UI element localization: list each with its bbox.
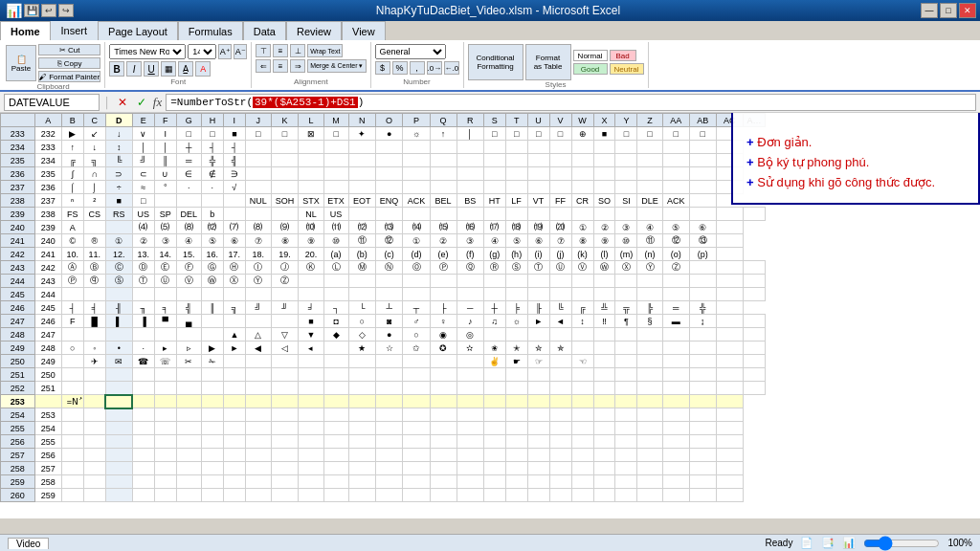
cell[interactable]: ■: [223, 127, 245, 141]
cell[interactable]: 242: [34, 261, 61, 275]
cell[interactable]: ·: [132, 342, 154, 355]
cell[interactable]: [201, 288, 223, 301]
align-middle-button[interactable]: ≡: [273, 44, 288, 57]
cell[interactable]: [527, 449, 549, 462]
cell[interactable]: ∋: [223, 167, 245, 181]
cell[interactable]: [403, 167, 430, 181]
cell[interactable]: ▬: [662, 315, 689, 328]
cell[interactable]: [61, 408, 83, 422]
cell[interactable]: [457, 141, 483, 154]
cell[interactable]: [549, 489, 571, 502]
cell[interactable]: □: [201, 127, 223, 141]
cell[interactable]: [105, 288, 132, 301]
cell[interactable]: [505, 408, 527, 422]
cell[interactable]: [662, 382, 689, 395]
cell[interactable]: [132, 422, 154, 435]
cell[interactable]: ↕: [571, 315, 593, 328]
cell[interactable]: [716, 355, 743, 368]
cell[interactable]: ┐: [323, 301, 348, 315]
cell[interactable]: [457, 355, 483, 368]
cell[interactable]: ⑺: [223, 221, 245, 234]
cell[interactable]: [201, 449, 223, 462]
cell[interactable]: ♂: [403, 315, 430, 328]
cell[interactable]: [271, 382, 299, 395]
cell[interactable]: [403, 435, 430, 449]
cell[interactable]: [571, 408, 593, 422]
cell[interactable]: 15.: [176, 248, 201, 261]
cell[interactable]: [430, 181, 457, 194]
cell[interactable]: [615, 288, 637, 301]
cell[interactable]: Ⓙ: [271, 261, 299, 275]
cell[interactable]: ⑩: [615, 234, 637, 248]
cell[interactable]: ⑩: [323, 234, 348, 248]
cell[interactable]: [271, 167, 299, 181]
cell[interactable]: ╬: [689, 301, 716, 315]
cell[interactable]: [505, 328, 527, 342]
cell[interactable]: ♫: [483, 315, 505, 328]
cell[interactable]: [689, 141, 716, 154]
cell[interactable]: [483, 462, 505, 475]
cell[interactable]: [716, 475, 743, 489]
cell[interactable]: Ⓘ: [245, 261, 271, 275]
cell[interactable]: 241: [34, 248, 61, 261]
cell[interactable]: [176, 328, 201, 342]
cell[interactable]: [483, 288, 505, 301]
cell[interactable]: [403, 368, 430, 382]
cell[interactable]: □: [505, 127, 527, 141]
cell[interactable]: [716, 221, 743, 234]
cell[interactable]: [689, 208, 716, 221]
cell[interactable]: [201, 475, 223, 489]
cell[interactable]: [716, 208, 743, 221]
cell[interactable]: [348, 382, 375, 395]
cell[interactable]: [505, 422, 527, 435]
good-style-button[interactable]: Good: [573, 63, 608, 75]
cell[interactable]: 19.: [271, 248, 299, 261]
cell[interactable]: Ⓨ: [637, 261, 662, 275]
cell[interactable]: ┤: [61, 301, 83, 315]
cell[interactable]: [83, 489, 105, 502]
cell[interactable]: [457, 181, 483, 194]
cell[interactable]: ●: [375, 328, 403, 342]
cell[interactable]: [689, 167, 716, 181]
cell[interactable]: BS: [457, 194, 483, 208]
cell[interactable]: (j): [549, 248, 571, 261]
cell[interactable]: ④: [637, 221, 662, 234]
cell[interactable]: Ⓨ: [245, 275, 271, 288]
cell[interactable]: [323, 449, 348, 462]
cell[interactable]: ③: [154, 234, 176, 248]
cell[interactable]: [716, 288, 743, 301]
cell[interactable]: ▲: [223, 328, 245, 342]
view-layout-button[interactable]: 📑: [821, 537, 835, 549]
cell[interactable]: [201, 368, 223, 382]
cell[interactable]: ┼: [176, 141, 201, 154]
cell[interactable]: [571, 342, 593, 355]
cell[interactable]: ✫: [457, 342, 483, 355]
cell[interactable]: [105, 221, 132, 234]
cell[interactable]: [323, 355, 348, 368]
cell[interactable]: [430, 462, 457, 475]
cell[interactable]: (i): [527, 248, 549, 261]
cell[interactable]: Ⓡ: [483, 261, 505, 275]
cell[interactable]: [615, 328, 637, 342]
cell[interactable]: ╗: [223, 301, 245, 315]
cell[interactable]: ►: [223, 342, 245, 355]
cell[interactable]: [615, 181, 637, 194]
cell[interactable]: Ⓟ: [430, 261, 457, 275]
cell[interactable]: Ⓠ: [457, 261, 483, 275]
cell[interactable]: [593, 328, 615, 342]
cell[interactable]: [505, 382, 527, 395]
cell[interactable]: [637, 328, 662, 342]
cell[interactable]: [245, 395, 271, 408]
cell[interactable]: ∉: [201, 167, 223, 181]
cell[interactable]: (b): [348, 248, 375, 261]
cell[interactable]: ★: [348, 342, 375, 355]
cell[interactable]: [154, 435, 176, 449]
cell[interactable]: ⑻: [245, 221, 271, 234]
cell[interactable]: ✯: [549, 342, 571, 355]
cell[interactable]: [549, 408, 571, 422]
cell[interactable]: □: [483, 127, 505, 141]
cell[interactable]: [176, 408, 201, 422]
cell[interactable]: [201, 489, 223, 502]
cell[interactable]: [299, 355, 323, 368]
cell[interactable]: [549, 395, 571, 408]
